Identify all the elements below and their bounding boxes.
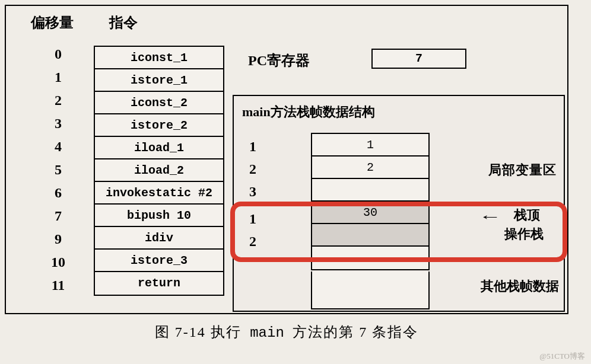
offset-cell: 1 <box>40 69 76 92</box>
lv-index: 3 <box>249 184 256 206</box>
instr-cell: istore_1 <box>95 69 223 92</box>
instr-cell: iconst_2 <box>95 92 223 114</box>
pc-register-value: 7 <box>371 49 466 69</box>
instr-cell: iload_1 <box>95 137 223 159</box>
offset-cell: 0 <box>40 46 76 69</box>
offset-cell: 6 <box>40 185 76 208</box>
stackframe-box: main方法栈帧数据结构 1 2 3 1 2 1 2 30 局部变量区 ← 栈顶… <box>233 95 565 312</box>
instruction-header: 指令 <box>109 13 138 32</box>
op-cell-top: 30 <box>312 202 428 224</box>
lv-cell: 1 <box>312 134 428 157</box>
localvar-label: 局部变量区 <box>488 161 557 179</box>
caption-suffix: 方法的第 7 条指令 <box>293 324 418 340</box>
figure-frame: 偏移量 指令 0 1 2 3 4 5 6 7 9 10 11 iconst_1 … <box>5 5 568 314</box>
caption-mono: main <box>242 325 293 341</box>
op-index: 2 <box>249 234 256 256</box>
lv-index: 2 <box>249 161 256 184</box>
offset-cell: 3 <box>40 116 76 139</box>
stack-top-label: 栈顶 <box>514 206 540 224</box>
instr-cell: iload_2 <box>95 159 223 182</box>
opstack-label: 操作栈 <box>504 225 544 243</box>
lv-cell <box>312 179 428 202</box>
watermark: @51CTO博客 <box>539 351 585 362</box>
instr-cell: istore_3 <box>95 250 223 272</box>
opstack-table: 30 <box>311 202 430 270</box>
op-cell <box>312 224 428 247</box>
offset-cell: 10 <box>40 254 76 277</box>
arrow-left-icon: ← <box>479 209 501 225</box>
op-cell-empty <box>312 247 428 269</box>
other-data-label: 其他栈帧数据 <box>481 277 559 295</box>
pc-register-label: PC寄存器 <box>248 51 310 70</box>
instruction-column: iconst_1 istore_1 iconst_2 istore_2 iloa… <box>94 46 224 296</box>
localvar-index-column: 1 2 3 <box>249 139 256 206</box>
stackframe-title: main方法栈帧数据结构 <box>242 103 564 121</box>
offset-cell: 4 <box>40 139 76 162</box>
lv-cell: 2 <box>312 157 428 179</box>
caption-prefix: 图 7-14 执行 <box>155 324 242 340</box>
localvar-table: 1 2 <box>311 133 430 202</box>
instr-cell: invokestatic #2 <box>95 182 223 205</box>
instr-cell: return <box>95 272 223 295</box>
offset-column: 0 1 2 3 4 5 6 7 9 10 11 <box>40 46 76 301</box>
opstack-index-column: 1 2 <box>249 211 256 256</box>
offset-cell: 2 <box>40 92 76 116</box>
instr-cell: iconst_1 <box>95 47 223 69</box>
lv-index: 1 <box>249 139 256 161</box>
offset-cell: 11 <box>40 277 76 301</box>
op-index: 1 <box>249 211 256 234</box>
offset-cell: 5 <box>40 162 76 185</box>
instr-cell: istore_2 <box>95 114 223 137</box>
offset-header: 偏移量 <box>31 13 74 32</box>
offset-cell: 7 <box>40 208 76 231</box>
other-frame-data-box <box>311 272 430 309</box>
instr-cell: idiv <box>95 227 223 250</box>
instr-cell: bipush 10 <box>95 205 223 227</box>
figure-caption: 图 7-14 执行 main 方法的第 7 条指令 <box>5 323 568 341</box>
offset-cell: 9 <box>40 231 76 254</box>
